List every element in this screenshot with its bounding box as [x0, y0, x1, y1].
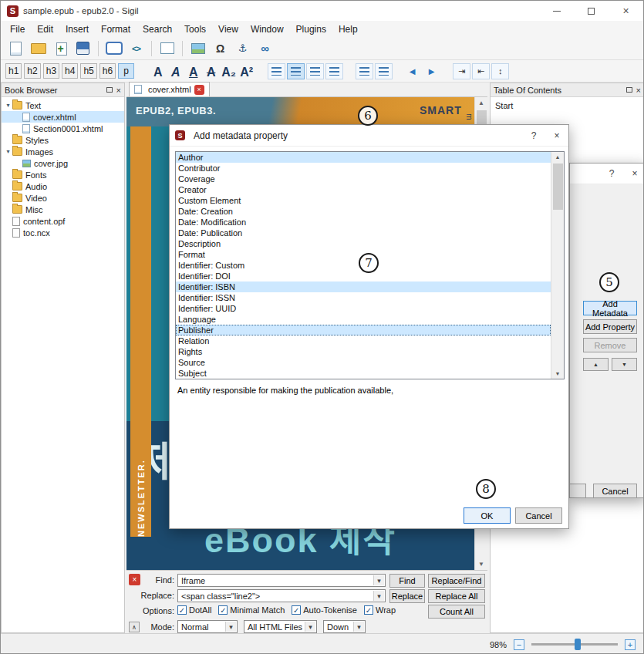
open-file-icon[interactable]: [28, 39, 49, 58]
book-view-icon[interactable]: [103, 39, 124, 58]
find-input[interactable]: Iframe: [177, 574, 386, 587]
option-wrap[interactable]: ✓Wrap: [364, 605, 396, 615]
option-dotall[interactable]: ✓DotAll: [177, 605, 211, 615]
collapse-arrow-icon[interactable]: ▾: [4, 148, 12, 155]
increase-indent-icon[interactable]: ▶: [423, 63, 440, 79]
property-item-language[interactable]: Language: [176, 314, 551, 325]
insert-link-icon[interactable]: ∞: [255, 39, 275, 58]
heading-h6-button[interactable]: h6: [99, 63, 116, 79]
property-item-date-modification[interactable]: Date: Modification: [176, 217, 551, 228]
close-tab-icon[interactable]: ×: [194, 85, 204, 95]
heading-h5-button[interactable]: h5: [80, 63, 96, 79]
replace-all-button[interactable]: Replace All: [428, 589, 485, 603]
close-button[interactable]: ×: [609, 1, 643, 21]
subscript-icon[interactable]: A₂: [220, 62, 238, 79]
checkbox-checked-icon[interactable]: ✓: [292, 605, 301, 615]
dialog-close-button[interactable]: ×: [623, 164, 644, 184]
property-item-relation[interactable]: Relation: [176, 335, 551, 346]
maximize-button[interactable]: [574, 1, 609, 21]
property-item-identifier-isbn[interactable]: Identifier: ISBN: [176, 281, 551, 292]
superscript-icon[interactable]: A²: [238, 62, 255, 79]
zoom-slider-handle[interactable]: [575, 639, 581, 650]
checkbox-checked-icon[interactable]: ✓: [177, 605, 187, 615]
files-dropdown[interactable]: All HTML Files: [244, 620, 317, 633]
save-icon[interactable]: [72, 39, 93, 58]
property-item-coverage[interactable]: Coverage: [176, 174, 551, 184]
heading-h4-button[interactable]: h4: [62, 63, 78, 79]
strikethrough-icon[interactable]: A: [202, 62, 220, 79]
dialog-close-button[interactable]: ×: [545, 125, 568, 146]
ok-button[interactable]: OK: [569, 484, 586, 498]
replace-button[interactable]: Replace: [389, 589, 425, 603]
direction-dropdown[interactable]: Down: [323, 620, 366, 633]
code-view-icon[interactable]: <>: [126, 39, 147, 58]
split-view-icon[interactable]: [157, 39, 177, 58]
add-metadata-button[interactable]: Add Metadata: [583, 301, 637, 315]
tree-item-cover-jpg[interactable]: cover.jpg: [2, 157, 124, 169]
bold-icon[interactable]: A: [149, 62, 167, 79]
float-panel-icon[interactable]: [626, 87, 632, 93]
scroll-down-icon[interactable]: ▼: [555, 369, 561, 379]
property-item-creator[interactable]: Creator: [176, 184, 551, 195]
scroll-up-icon[interactable]: ▲: [478, 97, 484, 109]
tree-item-images[interactable]: ▾Images: [2, 146, 124, 157]
move-down-button[interactable]: ▼: [612, 358, 637, 371]
property-item-identifier-uuid[interactable]: Identifier: UUID: [176, 303, 551, 314]
float-panel-icon[interactable]: [106, 87, 113, 93]
align-center-icon[interactable]: [287, 63, 305, 79]
special-character-icon[interactable]: Ω: [210, 39, 231, 58]
cancel-button[interactable]: Cancel: [515, 507, 562, 524]
menu-tools[interactable]: Tools: [178, 22, 212, 36]
tab-cover-xhtml[interactable]: cover.xhtml ×: [129, 82, 210, 96]
menu-file[interactable]: File: [4, 22, 31, 36]
heading-h3-button[interactable]: h3: [43, 63, 59, 79]
zoom-out-button[interactable]: −: [514, 639, 524, 650]
align-justify-icon[interactable]: [325, 63, 343, 79]
property-item-author[interactable]: Author: [176, 152, 551, 163]
mode-dropdown[interactable]: Normal: [177, 620, 238, 633]
menu-format[interactable]: Format: [95, 22, 137, 36]
scroll-up-icon[interactable]: ▲: [555, 152, 561, 162]
option-auto-tokenise[interactable]: ✓Auto-Tokenise: [292, 605, 357, 615]
property-item-contributor[interactable]: Contributor: [176, 163, 551, 174]
menu-plugins[interactable]: Plugins: [290, 22, 332, 36]
ok-button[interactable]: OK: [464, 507, 511, 524]
align-right-icon[interactable]: [306, 63, 324, 79]
decrease-indent-icon[interactable]: ◀: [403, 63, 421, 79]
property-item-custom-element[interactable]: Custom Element: [176, 195, 551, 206]
property-item-source[interactable]: Source: [176, 357, 551, 368]
property-item-identifier-issn[interactable]: Identifier: ISSN: [176, 292, 551, 303]
replace-input[interactable]: <span class="line2">: [177, 589, 386, 602]
add-existing-file-icon[interactable]: +: [50, 39, 71, 58]
toc-item-start[interactable]: Start: [491, 99, 644, 111]
close-panel-icon[interactable]: ×: [116, 86, 121, 95]
tree-item-audio[interactable]: Audio: [2, 180, 124, 192]
bullet-list-icon[interactable]: [356, 63, 373, 79]
find-button[interactable]: Find: [389, 574, 425, 588]
checkbox-checked-icon[interactable]: ✓: [218, 605, 228, 615]
property-item-description[interactable]: Description: [176, 238, 551, 249]
help-button[interactable]: ?: [600, 164, 623, 184]
menu-view[interactable]: View: [212, 22, 244, 36]
property-item-publisher[interactable]: Publisher: [176, 325, 551, 335]
list-scrollbar[interactable]: ▲ ▼: [551, 152, 564, 379]
add-property-button[interactable]: Add Property: [583, 319, 637, 334]
menu-help[interactable]: Help: [332, 22, 364, 36]
tree-item-cover-xhtml[interactable]: cover.xhtml: [2, 111, 124, 123]
property-item-rights[interactable]: Rights: [176, 346, 551, 357]
tree-item-section0001-xhtml[interactable]: Section0001.xhtml: [2, 123, 124, 134]
direction-ltr-icon[interactable]: ⇥: [453, 63, 470, 79]
replace-find-button[interactable]: Replace/Find: [428, 574, 485, 588]
zoom-in-button[interactable]: +: [625, 639, 636, 650]
menu-search[interactable]: Search: [137, 22, 178, 36]
menu-window[interactable]: Window: [244, 22, 290, 36]
tree-item-misc[interactable]: Misc: [2, 204, 124, 215]
property-item-date-publication[interactable]: Date: Publication: [176, 228, 551, 238]
menu-edit[interactable]: Edit: [31, 22, 59, 36]
tree-item-video[interactable]: Video: [2, 192, 124, 204]
direction-default-icon[interactable]: ↕: [491, 63, 509, 79]
zoom-slider[interactable]: [531, 643, 618, 646]
menu-insert[interactable]: Insert: [59, 22, 95, 36]
tree-item-content-opf[interactable]: content.opf: [2, 215, 124, 227]
property-item-date-creation[interactable]: Date: Creation: [176, 206, 551, 217]
